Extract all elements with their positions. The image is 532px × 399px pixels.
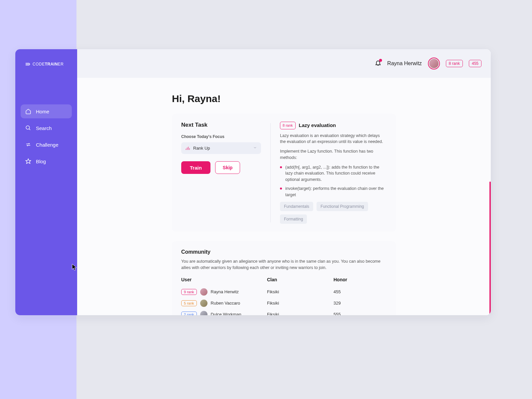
nav: Home Search Challenge Blog [15,104,77,168]
col-user: User [181,277,267,282]
focus-value: Rank Up [193,146,210,151]
topbar: Rayna Herwitz 8 rank 455 [77,49,491,78]
logo-icon [25,61,31,67]
svg-line-1 [29,129,30,130]
nav-search-label: Search [36,125,52,131]
row-rank: 9 rank [181,289,197,295]
task-bullet: invoke(target): performs the evaluation … [280,186,387,198]
nav-search[interactable]: Search [21,121,72,135]
user-name: Rayna Herwitz [387,61,422,66]
svg-marker-2 [26,159,31,164]
skip-button[interactable]: Skip [215,161,240,174]
next-task-title: Next Task [181,122,261,128]
community-desc: You are automatically given an allegianc… [181,258,387,271]
tag[interactable]: Fundamentals [280,202,313,211]
row-rank: 2 rank [181,312,197,315]
row-name: Dulce Workman [211,312,241,315]
focus-select[interactable]: Rank Up [181,142,261,154]
task-rank-badge: 8 rank [280,122,296,129]
app-window: CODETRAINER Home Search Challenge Blog [15,49,491,315]
row-rank: 5 rank [181,300,197,306]
row-honor: 555 [333,312,387,315]
community-card: Community You are automatically given an… [172,241,396,315]
nav-home[interactable]: Home [21,104,72,118]
content: Hi, Rayna! Next Task Choose Today's Focu… [77,78,491,315]
tag[interactable]: Functional Programming [317,202,368,211]
col-honor: Honor [333,277,387,282]
search-icon [25,125,31,131]
avatar [200,288,207,296]
nav-challenge[interactable]: Challenge [21,138,72,152]
train-button[interactable]: Train [181,161,210,174]
nav-blog[interactable]: Blog [21,154,72,168]
community-title: Community [181,249,387,255]
table-row: 2 rank Dulce Workman Fiksiki 555 [181,309,387,315]
task-bullet: (add(fn[, arg1, arg2, ...]): adds the fn… [280,164,387,183]
tag[interactable]: Formatting [280,214,307,224]
greeting: Hi, Rayna! [172,93,396,104]
row-honor: 329 [333,301,387,306]
nav-home-label: Home [36,109,49,114]
main: Rayna Herwitz 8 rank 455 Hi, Rayna! Next… [77,49,491,315]
star-icon [25,158,31,164]
avatar [200,300,207,307]
chevron-down-icon [253,146,257,151]
row-clan: Fiksiki [267,289,333,294]
row-clan: Fiksiki [267,312,333,315]
sidebar: CODETRAINER Home Search Challenge Blog [15,49,77,315]
signal-icon [185,146,190,151]
notifications-button[interactable] [375,60,381,67]
notification-dot [379,59,382,62]
home-icon [25,108,31,114]
table-row: 5 rank Ruben Vaccaro Fiksiki 329 [181,298,387,309]
rank-badge: 8 rank [446,60,463,67]
task-name: Lazy evaluation [299,122,336,129]
focus-label: Choose Today's Focus [181,134,261,139]
table-row: 9 rank Rayna Herwitz Fiksiki 455 [181,286,387,298]
avatar [200,311,207,315]
row-name: Ruben Vaccaro [211,301,240,306]
nav-blog-label: Blog [36,159,46,164]
page-scrollbar[interactable] [489,182,491,315]
row-honor: 455 [333,289,387,294]
row-name: Rayna Herwitz [211,289,239,294]
next-task-card: Next Task Choose Today's Focus Rank Up T… [172,114,396,232]
task-desc-2: Implement the Lazy function. This functi… [280,148,387,161]
divider [270,123,271,222]
logo: CODETRAINER [15,61,77,67]
avatar[interactable] [428,58,440,69]
col-clan: Clan [267,277,333,282]
challenge-icon [25,142,31,148]
nav-challenge-label: Challenge [36,142,59,148]
points-badge: 455 [469,60,481,67]
task-desc-1: Lazy evaluation is an evaluation strateg… [280,133,387,145]
row-clan: Fiksiki [267,301,333,306]
svg-point-0 [26,126,30,129]
